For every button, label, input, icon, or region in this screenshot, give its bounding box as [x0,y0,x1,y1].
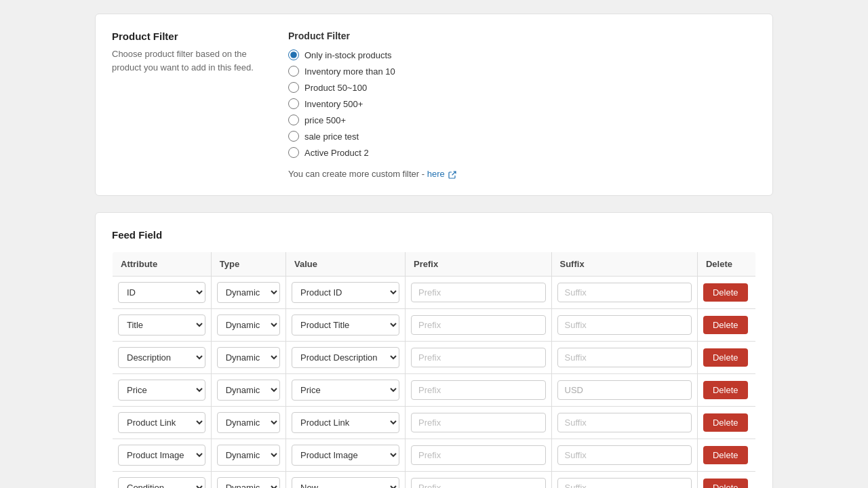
prefix-input-1[interactable] [411,315,545,335]
value-select-3[interactable]: Price [292,380,399,401]
type-select-0[interactable]: Dynamic [217,282,280,303]
feed-field-title: Feed Field [112,229,756,241]
radio-input-opt4[interactable] [288,98,299,109]
radio-input-opt5[interactable] [288,115,299,125]
attribute-select-2[interactable]: Description [118,347,205,368]
radio-item: price 500+ [288,115,756,125]
attribute-select-1[interactable]: Title [118,314,205,336]
delete-button-2[interactable]: Delete [703,348,748,367]
radio-input-opt2[interactable] [288,66,299,77]
custom-filter-note: You can create more custom filter - here [288,169,756,179]
header-delete: Delete [697,252,755,277]
radio-input-opt3[interactable] [288,82,299,93]
radio-input-opt1[interactable] [288,49,299,60]
value-select-5[interactable]: Product Image [292,445,399,466]
radio-label-opt4[interactable]: Inventory 500+ [304,99,363,109]
delete-button-5[interactable]: Delete [703,446,748,464]
type-select-3[interactable]: Dynamic [217,380,280,401]
value-select-4[interactable]: Product Link [292,412,399,433]
suffix-input-1[interactable] [557,315,692,335]
suffix-input-4[interactable] [557,413,692,432]
radio-label-opt5[interactable]: price 500+ [304,115,346,125]
suffix-input-2[interactable] [557,348,692,367]
radio-item: Product 50~100 [288,82,756,93]
header-attribute: Attribute [113,252,212,277]
feed-field-section: Feed Field Attribute Type Value Prefix S… [95,212,773,488]
prefix-input-2[interactable] [411,348,545,367]
prefix-input-0[interactable] [411,283,545,302]
type-select-2[interactable]: Dynamic [217,347,280,368]
page-container: Product Filter Choose product filter bas… [95,14,773,488]
header-type: Type [211,252,285,277]
type-select-5[interactable]: Dynamic [217,445,280,466]
prefix-input-3[interactable] [411,380,545,400]
type-select-1[interactable]: Dynamic [217,314,280,336]
value-select-0[interactable]: Product ID [292,282,399,303]
value-select-6[interactable]: New [292,477,399,488]
prefix-input-4[interactable] [411,413,545,432]
radio-label-opt3[interactable]: Product 50~100 [304,83,367,93]
prefix-input-5[interactable] [411,445,545,465]
table-header-row: Attribute Type Value Prefix Suffix Delet… [113,252,756,277]
delete-button-4[interactable]: Delete [703,413,748,432]
suffix-input-6[interactable] [557,478,692,488]
value-select-1[interactable]: Product Title [292,314,399,336]
table-row: TitleDynamicProduct TitleDelete [113,309,756,342]
filter-right-title: Product Filter [288,30,756,41]
header-value: Value [286,252,406,277]
custom-filter-link[interactable]: here [427,169,457,179]
radio-label-opt6[interactable]: sale price test [304,131,359,142]
attribute-select-4[interactable]: Product Link [118,412,205,433]
value-select-2[interactable]: Product Description [292,347,399,368]
table-row: ConditionDynamicNewDelete [113,472,756,489]
radio-group: Only in-stock productsInventory more tha… [288,49,756,158]
filter-left-description: Choose product filter based on the produ… [112,47,261,74]
table-row: DescriptionDynamicProduct DescriptionDel… [113,342,756,374]
header-suffix: Suffix [551,252,697,277]
type-select-6[interactable]: Dynamic [217,477,280,488]
table-row: Product ImageDynamicProduct ImageDelete [113,439,756,472]
attribute-select-6[interactable]: Condition [118,477,205,488]
table-row: IDDynamicProduct IDDelete [113,277,756,309]
radio-item: Inventory more than 10 [288,66,756,77]
radio-label-opt2[interactable]: Inventory more than 10 [304,66,395,77]
radio-item: Active Product 2 [288,147,756,158]
product-filter-section: Product Filter Choose product filter bas… [95,14,773,196]
delete-button-1[interactable]: Delete [703,316,748,334]
suffix-input-3[interactable] [557,380,692,400]
prefix-input-6[interactable] [411,478,545,488]
external-link-icon [448,171,456,179]
delete-button-6[interactable]: Delete [703,479,748,488]
attribute-select-0[interactable]: ID [118,282,205,303]
type-select-4[interactable]: Dynamic [217,412,280,433]
suffix-input-0[interactable] [557,283,692,302]
suffix-input-5[interactable] [557,445,692,465]
radio-item: sale price test [288,131,756,142]
delete-button-3[interactable]: Delete [703,381,748,399]
filter-left: Product Filter Choose product filter bas… [112,30,261,179]
filter-right: Product Filter Only in-stock productsInv… [288,30,756,179]
radio-label-opt1[interactable]: Only in-stock products [304,50,392,60]
table-row: PriceDynamicPriceDelete [113,374,756,407]
filter-left-title: Product Filter [112,30,261,42]
attribute-select-3[interactable]: Price [118,380,205,401]
radio-label-opt7[interactable]: Active Product 2 [304,148,369,158]
radio-input-opt6[interactable] [288,131,299,142]
radio-item: Inventory 500+ [288,98,756,109]
header-prefix: Prefix [406,252,551,277]
feed-table: Attribute Type Value Prefix Suffix Delet… [112,251,756,488]
attribute-select-5[interactable]: Product Image [118,445,205,466]
radio-input-opt7[interactable] [288,147,299,158]
delete-button-0[interactable]: Delete [703,283,748,302]
radio-item: Only in-stock products [288,49,756,60]
table-row: Product LinkDynamicProduct LinkDelete [113,407,756,439]
